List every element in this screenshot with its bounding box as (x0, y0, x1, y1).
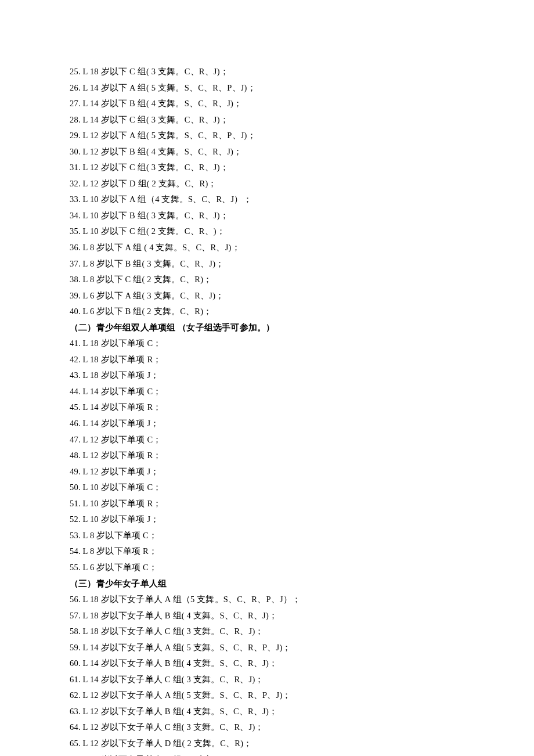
list-item: 57. L 18 岁以下女子单人 B 组( 4 支舞。S、C、R、J)； (70, 608, 464, 624)
list-item: 47. L 12 岁以下单项 C； (70, 432, 464, 448)
section2-items: 41. L 18 岁以下单项 C；42. L 18 岁以下单项 R；43. L … (70, 336, 464, 575)
list-item: 52. L 10 岁以下单项 J； (70, 512, 464, 528)
list-item: 49. L 12 岁以下单项 J； (70, 464, 464, 480)
list-item: 35. L 10 岁以下 C 组( 2 支舞。C、R、)； (70, 224, 464, 240)
list-item: 43. L 18 岁以下单项 J； (70, 368, 464, 384)
list-item: 37. L 8 岁以下 B 组( 3 支舞。C、R、J)； (70, 256, 464, 272)
list-item: 54. L 8 岁以下单项 R； (70, 543, 464, 560)
list-item: 51. L 10 岁以下单项 R； (70, 496, 464, 512)
list-item: 38. L 8 岁以下 C 组( 2 支舞。C、R)； (70, 272, 464, 288)
list-item: 45. L 14 岁以下单项 R； (70, 399, 464, 416)
list-item: 58. L 18 岁以下女子单人 C 组( 3 支舞。C、R、J)； (70, 624, 464, 640)
list-item: 27. L 14 岁以下 B 组( 4 支舞。S、C、R、J)； (70, 96, 464, 112)
list-item: 31. L 12 岁以下 C 组( 3 支舞。C、R、J)； (70, 160, 464, 176)
list-item: 62. L 12 岁以下女子单人 A 组( 5 支舞。S、C、R、P、J)； (70, 687, 464, 704)
list-item: 65. L 12 岁以下女子单人 D 组( 2 支舞。C、R)； (70, 736, 464, 752)
list-item: 55. L 6 岁以下单项 C； (70, 560, 464, 576)
list-item: 64. L 12 岁以下女子单人 C 组( 3 支舞。C、R、J)； (70, 719, 464, 736)
list-item: 40. L 6 岁以下 B 组( 2 支舞。C、R)； (70, 304, 464, 320)
list-item: 29. L 12 岁以下 A 组( 5 支舞。S、C、R、P、J)； (70, 128, 464, 144)
list-item: 60. L 14 岁以下女子单人 B 组( 4 支舞。S、C、R、J)； (70, 656, 464, 672)
list-item: 25. L 18 岁以下 C 组( 3 支舞。C、R、J)； (70, 64, 464, 80)
list-item: 34. L 10 岁以下 B 组( 3 支舞。C、R、J)； (70, 208, 464, 224)
list-item: 39. L 6 岁以下 A 组( 3 支舞。C、R、J)； (70, 288, 464, 304)
list-item: 56. L 18 岁以下女子单人 A 组（5 支舞。S、C、R、P、J）； (70, 592, 464, 608)
list-item: 26. L 14 岁以下 A 组( 5 支舞。S、C、R、P、J)； (70, 80, 464, 96)
document-content: 25. L 18 岁以下 C 组( 3 支舞。C、R、J)；26. L 14 岁… (70, 64, 464, 756)
section1-items: 25. L 18 岁以下 C 组( 3 支舞。C、R、J)；26. L 14 岁… (70, 64, 464, 320)
list-item: 59. L 14 岁以下女子单人 A 组( 5 支舞。S、C、R、P、J)； (70, 640, 464, 656)
list-item: 66. L 10 岁以下女子单人 A 组（4 支舞。S、C、R、J）； (70, 752, 464, 756)
section2-heading: （二）青少年组双人单项组 （女子组选手可参加。） (70, 320, 464, 336)
list-item: 48. L 12 岁以下单项 R； (70, 448, 464, 464)
list-item: 63. L 12 岁以下女子单人 B 组( 4 支舞。S、C、R、J)； (70, 704, 464, 720)
list-item: 46. L 14 岁以下单项 J； (70, 416, 464, 432)
list-item: 28. L 14 岁以下 C 组( 3 支舞。C、R、J)； (70, 112, 464, 128)
list-item: 33. L 10 岁以下 A 组（4 支舞。S、C、R、J）； (70, 192, 464, 208)
list-item: 41. L 18 岁以下单项 C； (70, 336, 464, 352)
section3-items: 56. L 18 岁以下女子单人 A 组（5 支舞。S、C、R、P、J）；57.… (70, 592, 464, 756)
list-item: 32. L 12 岁以下 D 组( 2 支舞。C、R)； (70, 176, 464, 192)
section3-heading: （三）青少年女子单人组 (70, 576, 464, 592)
list-item: 42. L 18 岁以下单项 R； (70, 352, 464, 368)
list-item: 53. L 8 岁以下单项 C； (70, 528, 464, 544)
list-item: 30. L 12 岁以下 B 组( 4 支舞。S、C、R、J)； (70, 144, 464, 160)
list-item: 44. L 14 岁以下单项 C； (70, 384, 464, 400)
list-item: 50. L 10 岁以下单项 C； (70, 480, 464, 496)
list-item: 61. L 14 岁以下女子单人 C 组( 3 支舞。C、R、J)； (70, 672, 464, 688)
list-item: 36. L 8 岁以下 A 组 ( 4 支舞。S、C、R、J)； (70, 240, 464, 256)
